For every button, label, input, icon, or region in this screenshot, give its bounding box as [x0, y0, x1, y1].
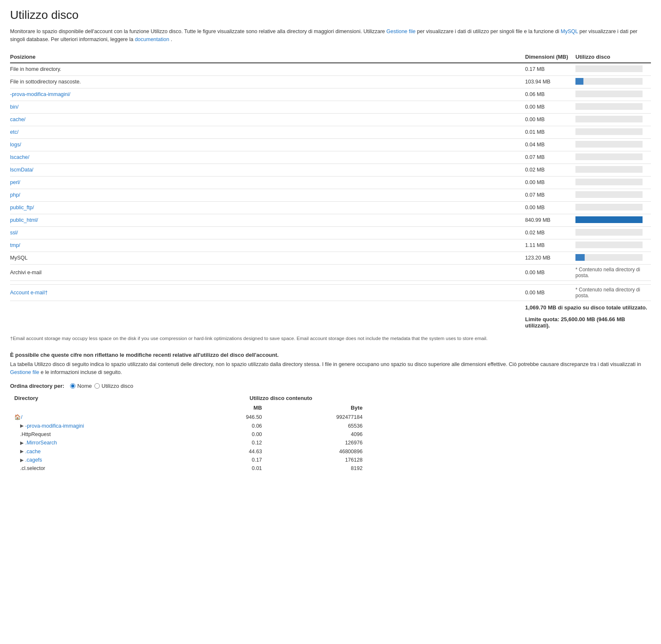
directory-link[interactable]: lscache/ [10, 154, 29, 160]
position-cell[interactable]: ssl/ [10, 226, 525, 239]
expand-icon[interactable]: ▶ [20, 440, 23, 446]
dir-tree-row: ▶.cache44.6346800896 [14, 447, 367, 456]
sort-by-usage-label[interactable]: Utilizzo disco [94, 383, 133, 389]
dir-link[interactable]: .cache [25, 449, 41, 454]
position-cell[interactable]: logs/ [10, 138, 525, 151]
dir-mb-cell: 0.06 [199, 421, 266, 430]
position-cell[interactable]: bin/ [10, 101, 525, 113]
dir-mb-cell: 0.01 [199, 464, 266, 473]
directory-link[interactable]: public_html/ [10, 217, 38, 223]
expand-icon[interactable]: ▶ [20, 423, 23, 428]
col-header-position: Posizione [10, 51, 525, 63]
directory-link[interactable]: lscmData/ [10, 167, 34, 173]
position-cell[interactable]: cache/ [10, 113, 525, 126]
bar-cell [575, 138, 651, 151]
dir-col-header: Directory [14, 393, 199, 403]
note-cell: * Contenuto nella directory di posta. [575, 264, 651, 280]
expand-icon[interactable]: ▶ [20, 449, 23, 454]
table-row: -prova-modifica-immagini/0.06 MB [10, 88, 651, 101]
bar-cell [575, 252, 651, 264]
dir-byte-cell: 46800896 [266, 447, 367, 456]
dir-link[interactable]: .MirrorSearch [25, 440, 57, 446]
directory-link[interactable]: tmp/ [10, 242, 20, 248]
bar-cell [575, 113, 651, 126]
position-cell[interactable]: perl/ [10, 176, 525, 189]
directory-link[interactable]: -prova-modifica-immagini/ [10, 91, 70, 97]
position-cell[interactable]: etc/ [10, 126, 525, 138]
directory-link[interactable]: cache/ [10, 117, 26, 122]
dir-tree-row: ▶.cagefs0.17176128 [14, 456, 367, 465]
position-cell: File in sottodirectory nascoste. [10, 75, 525, 88]
gestione-file-link-1[interactable]: Gestione file [386, 29, 415, 34]
position-cell-special[interactable]: Account e-mail† [10, 284, 525, 301]
dir-mb-cell: 0.12 [199, 439, 266, 447]
sort-label: Ordina directory per: [10, 383, 64, 389]
bar-cell [575, 164, 651, 176]
sort-by-name-radio[interactable] [70, 383, 75, 389]
table-row: logs/0.04 MB [10, 138, 651, 151]
size-cell: 103.94 MB [525, 75, 575, 88]
directory-link[interactable]: bin/ [10, 104, 18, 110]
directory-link[interactable]: public_ftp/ [10, 205, 34, 210]
col-header-usage: Utilizzo disco [575, 51, 651, 63]
table-row: File in sottodirectory nascoste.103.94 M… [10, 75, 651, 88]
position-cell[interactable]: public_ftp/ [10, 201, 525, 214]
dir-name-cell[interactable]: ▶.cache [14, 447, 199, 456]
sort-section: Ordina directory per: Nome Utilizzo disc… [10, 383, 651, 389]
table-row: lscmData/0.02 MB [10, 164, 651, 176]
dir-name-cell[interactable]: ▶.cagefs [14, 456, 199, 465]
position-cell[interactable]: php/ [10, 189, 525, 201]
dir-byte-cell: 4096 [266, 430, 367, 439]
position-cell[interactable]: -prova-modifica-immagini/ [10, 88, 525, 101]
mysql-link[interactable]: MySQL [561, 29, 578, 34]
directory-link[interactable]: logs/ [10, 142, 21, 148]
dir-link[interactable]: -prova-modifica-immagini [25, 423, 84, 429]
size-cell-special: 0.00 MB [525, 264, 575, 280]
dir-usage-header: Utilizzo disco contenuto [199, 393, 367, 403]
bar-cell [575, 63, 651, 76]
size-cell: 0.00 MB [525, 101, 575, 113]
sort-by-usage-radio[interactable] [94, 383, 100, 389]
position-cell[interactable]: lscache/ [10, 151, 525, 164]
email-link[interactable]: Account e-mail† [10, 290, 48, 296]
dir-name-cell[interactable]: 🏠/ [14, 413, 199, 421]
table-row: lscache/0.07 MB [10, 151, 651, 164]
dir-link[interactable]: .cagefs [25, 457, 42, 463]
dir-name-cell[interactable]: ▶.MirrorSearch [14, 439, 199, 447]
sort-by-name-label[interactable]: Nome [70, 383, 92, 389]
dir-mb-cell: 44.63 [199, 447, 266, 456]
directory-link[interactable]: perl/ [10, 179, 20, 185]
directory-link[interactable]: php/ [10, 192, 20, 198]
size-cell: 0.06 MB [525, 88, 575, 101]
size-cell: 123.20 MB [525, 252, 575, 264]
table-row: bin/0.00 MB [10, 101, 651, 113]
total-row-1: 1,069.70 MB di spazio su disco totale ut… [10, 301, 651, 313]
position-cell[interactable]: lscmData/ [10, 164, 525, 176]
position-cell[interactable]: public_html/ [10, 214, 525, 226]
dir-byte-header: Byte [266, 403, 367, 413]
notice-title: È possibile che queste cifre non riflett… [10, 352, 651, 358]
expand-icon[interactable]: ▶ [20, 457, 23, 463]
size-cell: 0.01 MB [525, 126, 575, 138]
table-row: perl/0.00 MB [10, 176, 651, 189]
directory-link[interactable]: etc/ [10, 129, 18, 135]
table-row: public_ftp/0.00 MB [10, 201, 651, 214]
bar-cell [575, 189, 651, 201]
table-row: etc/0.01 MB [10, 126, 651, 138]
dir-tree-row: ▶-prova-modifica-immagini0.0665536 [14, 421, 367, 430]
table-row-special: Archivi e-mail0.00 MB* Contenuto nella d… [10, 264, 651, 280]
bar-cell [575, 239, 651, 252]
position-cell[interactable]: tmp/ [10, 239, 525, 252]
dir-byte-cell: 992477184 [266, 413, 367, 421]
dir-link[interactable]: 🏠/ [14, 414, 22, 420]
size-cell: 0.04 MB [525, 138, 575, 151]
bar-cell [575, 101, 651, 113]
documentation-link[interactable]: documentation [135, 36, 169, 42]
gestione-file-link-2[interactable]: Gestione file [10, 369, 39, 375]
directory-link[interactable]: ssl/ [10, 230, 18, 236]
size-cell: 0.02 MB [525, 164, 575, 176]
bar-cell [575, 151, 651, 164]
table-row-special: Account e-mail†0.00 MB* Contenuto nella … [10, 284, 651, 301]
notice-body: La tabella Utilizzo disco di seguito ind… [10, 361, 651, 377]
dir-name-cell[interactable]: ▶-prova-modifica-immagini [14, 421, 199, 430]
